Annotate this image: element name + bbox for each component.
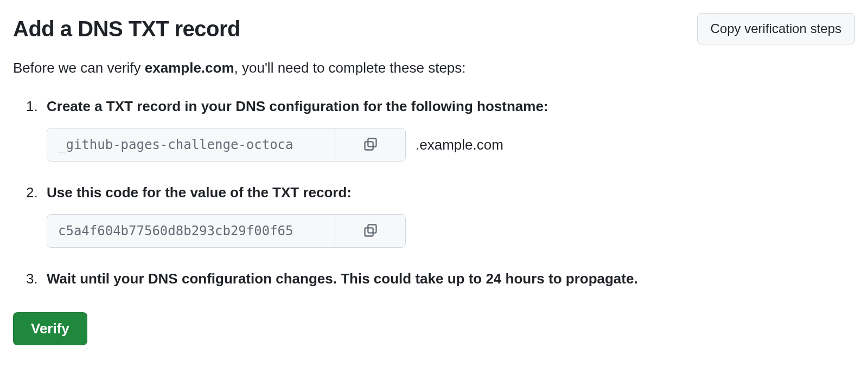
step-1-title: Create a TXT record in your DNS configur… [47, 98, 855, 115]
copy-icon [363, 137, 378, 153]
step-3-title: Wait until your DNS configuration change… [47, 270, 855, 287]
page-title: Add a DNS TXT record [13, 17, 240, 41]
intro-suffix: , you'll need to complete these steps: [234, 60, 466, 76]
intro-domain: example.com [145, 60, 234, 76]
hostname-input[interactable] [47, 128, 335, 161]
step-2: Use this code for the value of the TXT r… [26, 184, 855, 248]
svg-rect-2 [368, 224, 376, 233]
step-3: Wait until your DNS configuration change… [26, 270, 855, 287]
verify-button[interactable]: Verify [13, 312, 87, 345]
svg-rect-0 [368, 138, 376, 146]
copy-icon [363, 223, 378, 240]
txt-value-field-group [47, 214, 406, 248]
intro-text: Before we can verify example.com, you'll… [13, 60, 855, 76]
copy-hostname-button[interactable] [335, 128, 405, 161]
hostname-field-group [47, 128, 406, 162]
step-1: Create a TXT record in your DNS configur… [26, 98, 855, 162]
copy-verification-steps-button[interactable]: Copy verification steps [697, 13, 855, 44]
hostname-domain-suffix: .example.com [416, 137, 503, 153]
intro-prefix: Before we can verify [13, 60, 145, 76]
step-2-title: Use this code for the value of the TXT r… [47, 184, 855, 201]
svg-rect-1 [365, 141, 373, 150]
svg-rect-3 [365, 228, 373, 236]
txt-value-input[interactable] [47, 215, 335, 247]
copy-txt-value-button[interactable] [335, 215, 405, 247]
